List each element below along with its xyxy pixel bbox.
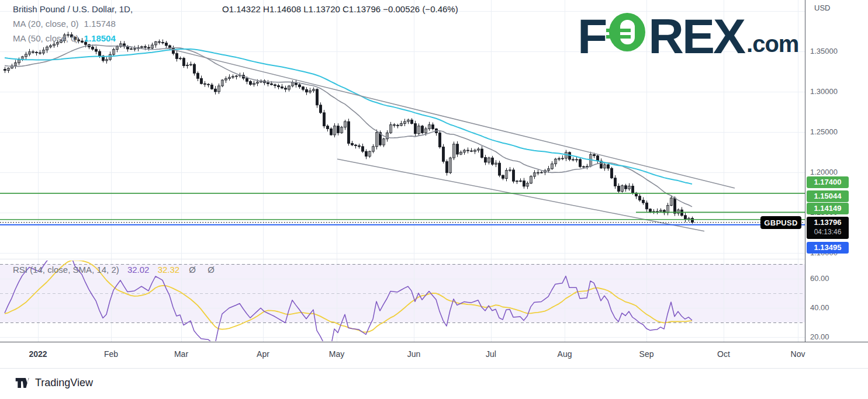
time-axis[interactable]: 2022FebMarAprMayJunJulAugSepOctNov bbox=[0, 342, 868, 368]
axis-currency-label: USD bbox=[814, 4, 830, 12]
ma50-value: 1.18504 bbox=[84, 33, 116, 43]
price-tick-label: 1.25000 bbox=[810, 127, 838, 136]
rsi-legend-label: RSI (14, close, SMA, 14, 2) bbox=[13, 265, 119, 275]
price-level-badge: 1.15044 bbox=[807, 190, 849, 202]
time-axis-label: Nov bbox=[791, 349, 805, 359]
time-axis-label: Jun bbox=[407, 349, 421, 359]
ohlc-values: O1.14322 H1.14608 L1.13720 C1.13796 −0.0… bbox=[222, 4, 458, 14]
tradingview-logo[interactable]: TradingView bbox=[15, 377, 93, 389]
current-price-badge: 1.1379604:13:46 bbox=[807, 217, 849, 239]
forex-logo-tld: .com bbox=[746, 32, 798, 55]
rsi-signal-value: 32.32 bbox=[158, 265, 180, 275]
time-axis-label: Oct bbox=[717, 349, 730, 359]
rsi-legend[interactable]: RSI (14, close, SMA, 14, 2) 32.02 32.32 … bbox=[13, 265, 219, 275]
ma20-legend[interactable]: MA (20, close, 0)1.15748 bbox=[13, 19, 116, 29]
ma20-label: MA (20, close, 0) bbox=[13, 19, 79, 29]
price-level-badge: 1.13495 bbox=[807, 242, 849, 254]
forex-com-logo: F REX .com bbox=[577, 12, 798, 61]
time-axis-label: Apr bbox=[257, 349, 269, 359]
rsi-tick-label: 40.00 bbox=[810, 303, 829, 312]
price-tick-label: 1.20000 bbox=[810, 168, 838, 176]
ma50-label: MA (50, close, 0) bbox=[13, 33, 79, 43]
rsi-phi-symbols: Ø Ø bbox=[189, 265, 219, 275]
price-line-symbol-label: GBPUSD bbox=[760, 216, 801, 229]
time-axis-label: Sep bbox=[639, 349, 654, 359]
time-axis-label: Aug bbox=[558, 349, 572, 359]
price-tick-label: 1.35000 bbox=[810, 47, 838, 55]
rsi-tick-label: 60.00 bbox=[810, 274, 829, 283]
forex-logo-letter-f: F bbox=[577, 12, 606, 61]
ma20-value: 1.15748 bbox=[84, 19, 116, 29]
price-axis[interactable]: USD 1.350001.300001.250001.200001.150001… bbox=[805, 0, 868, 342]
forex-logo-o-icon bbox=[609, 13, 645, 51]
time-axis-label: May bbox=[329, 349, 344, 359]
rsi-tick-label: 20.00 bbox=[810, 332, 829, 341]
symbol-title[interactable]: British Pound / U.S. Dollar, 1D, bbox=[13, 4, 133, 14]
time-axis-label: Mar bbox=[174, 349, 188, 359]
time-axis-label: Jul bbox=[486, 349, 496, 359]
rsi-value: 32.02 bbox=[127, 265, 150, 275]
tradingview-logo-icon bbox=[15, 377, 30, 388]
price-level-badge: 1.17400 bbox=[807, 176, 849, 188]
price-tick-label: 1.30000 bbox=[810, 87, 838, 96]
countdown-timer: 04:13:46 bbox=[807, 228, 849, 236]
tradingview-logo-text: TradingView bbox=[35, 377, 93, 389]
tradingview-chart-window: British Pound / U.S. Dollar, 1D, O1.1432… bbox=[0, 0, 868, 399]
time-axis-label: Feb bbox=[104, 349, 118, 359]
price-level-badge: 1.14149 bbox=[807, 203, 849, 214]
time-axis-label: 2022 bbox=[29, 349, 47, 359]
ma50-legend[interactable]: MA (50, close, 0)1.18504 bbox=[13, 33, 116, 43]
forex-logo-letters-rex: REX bbox=[648, 12, 744, 61]
